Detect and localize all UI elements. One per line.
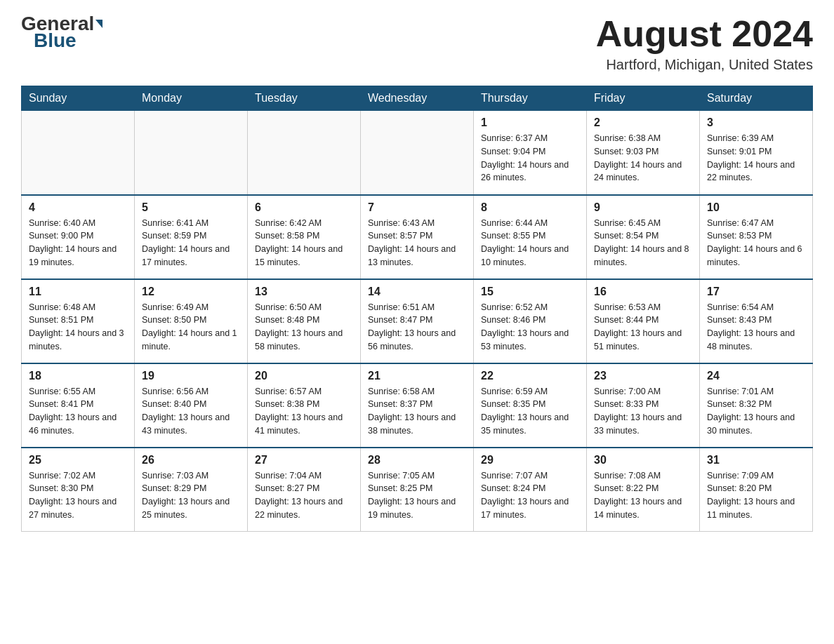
weekday-header-wednesday: Wednesday xyxy=(361,86,474,111)
day-info: Sunrise: 6:52 AM Sunset: 8:46 PM Dayligh… xyxy=(481,301,579,354)
calendar-cell: 1Sunrise: 6:37 AM Sunset: 9:04 PM Daylig… xyxy=(474,111,587,195)
day-number: 9 xyxy=(594,201,692,214)
calendar-cell: 13Sunrise: 6:50 AM Sunset: 8:48 PM Dayli… xyxy=(248,279,361,363)
weekday-header-tuesday: Tuesday xyxy=(248,86,361,111)
calendar-cell xyxy=(361,111,474,195)
page-header: General Blue August 2024 Hartford, Michi… xyxy=(21,14,813,73)
calendar-cell xyxy=(248,111,361,195)
logo-blue-text: Blue xyxy=(21,31,77,51)
week-row-1: 1Sunrise: 6:37 AM Sunset: 9:04 PM Daylig… xyxy=(22,111,813,195)
day-info: Sunrise: 6:55 AM Sunset: 8:41 PM Dayligh… xyxy=(29,385,127,438)
day-info: Sunrise: 6:44 AM Sunset: 8:55 PM Dayligh… xyxy=(481,217,579,269)
week-row-2: 4Sunrise: 6:40 AM Sunset: 9:00 PM Daylig… xyxy=(22,195,813,279)
weekday-header-row: SundayMondayTuesdayWednesdayThursdayFrid… xyxy=(22,86,813,111)
calendar-cell: 4Sunrise: 6:40 AM Sunset: 9:00 PM Daylig… xyxy=(22,195,135,279)
day-info: Sunrise: 6:47 AM Sunset: 8:53 PM Dayligh… xyxy=(707,217,805,269)
calendar-cell: 21Sunrise: 6:58 AM Sunset: 8:37 PM Dayli… xyxy=(361,363,474,448)
day-number: 2 xyxy=(594,116,692,129)
day-info: Sunrise: 6:40 AM Sunset: 9:00 PM Dayligh… xyxy=(29,217,127,269)
day-number: 28 xyxy=(368,454,466,467)
calendar-cell: 14Sunrise: 6:51 AM Sunset: 8:47 PM Dayli… xyxy=(361,279,474,363)
calendar-cell: 18Sunrise: 6:55 AM Sunset: 8:41 PM Dayli… xyxy=(22,363,135,448)
weekday-header-saturday: Saturday xyxy=(700,86,813,111)
week-row-3: 11Sunrise: 6:48 AM Sunset: 8:51 PM Dayli… xyxy=(22,279,813,363)
day-number: 20 xyxy=(255,370,353,382)
weekday-header-sunday: Sunday xyxy=(22,86,135,111)
calendar-cell: 10Sunrise: 6:47 AM Sunset: 8:53 PM Dayli… xyxy=(700,195,813,279)
day-info: Sunrise: 7:05 AM Sunset: 8:25 PM Dayligh… xyxy=(368,469,466,522)
calendar-cell: 27Sunrise: 7:04 AM Sunset: 8:27 PM Dayli… xyxy=(248,448,361,532)
day-info: Sunrise: 6:49 AM Sunset: 8:50 PM Dayligh… xyxy=(142,301,240,354)
day-number: 30 xyxy=(594,454,692,467)
day-info: Sunrise: 6:42 AM Sunset: 8:58 PM Dayligh… xyxy=(255,217,353,269)
day-number: 25 xyxy=(29,454,127,467)
day-info: Sunrise: 6:58 AM Sunset: 8:37 PM Dayligh… xyxy=(368,385,466,438)
calendar-cell: 2Sunrise: 6:38 AM Sunset: 9:03 PM Daylig… xyxy=(587,111,700,195)
day-info: Sunrise: 6:41 AM Sunset: 8:59 PM Dayligh… xyxy=(142,217,240,269)
day-number: 15 xyxy=(481,286,579,298)
calendar-cell: 3Sunrise: 6:39 AM Sunset: 9:01 PM Daylig… xyxy=(700,111,813,195)
day-info: Sunrise: 7:04 AM Sunset: 8:27 PM Dayligh… xyxy=(255,469,353,522)
logo: General Blue xyxy=(21,14,102,51)
weekday-header-monday: Monday xyxy=(135,86,248,111)
calendar-cell: 24Sunrise: 7:01 AM Sunset: 8:32 PM Dayli… xyxy=(700,363,813,448)
day-number: 7 xyxy=(368,201,466,214)
calendar-cell: 17Sunrise: 6:54 AM Sunset: 8:43 PM Dayli… xyxy=(700,279,813,363)
day-info: Sunrise: 6:54 AM Sunset: 8:43 PM Dayligh… xyxy=(707,301,805,354)
day-info: Sunrise: 6:57 AM Sunset: 8:38 PM Dayligh… xyxy=(255,385,353,438)
day-info: Sunrise: 6:38 AM Sunset: 9:03 PM Dayligh… xyxy=(594,132,692,185)
day-number: 8 xyxy=(481,201,579,214)
calendar-cell: 28Sunrise: 7:05 AM Sunset: 8:25 PM Dayli… xyxy=(361,448,474,532)
calendar-cell: 26Sunrise: 7:03 AM Sunset: 8:29 PM Dayli… xyxy=(135,448,248,532)
day-number: 21 xyxy=(368,370,466,382)
calendar-cell: 7Sunrise: 6:43 AM Sunset: 8:57 PM Daylig… xyxy=(361,195,474,279)
calendar-table: SundayMondayTuesdayWednesdayThursdayFrid… xyxy=(21,86,813,532)
calendar-cell: 23Sunrise: 7:00 AM Sunset: 8:33 PM Dayli… xyxy=(587,363,700,448)
day-number: 18 xyxy=(29,370,127,382)
day-info: Sunrise: 7:02 AM Sunset: 8:30 PM Dayligh… xyxy=(29,469,127,522)
day-number: 24 xyxy=(707,370,805,382)
calendar-cell: 5Sunrise: 6:41 AM Sunset: 8:59 PM Daylig… xyxy=(135,195,248,279)
day-number: 27 xyxy=(255,454,353,467)
day-number: 17 xyxy=(707,286,805,298)
day-info: Sunrise: 7:07 AM Sunset: 8:24 PM Dayligh… xyxy=(481,469,579,522)
month-title: August 2024 xyxy=(596,14,813,54)
calendar-cell xyxy=(135,111,248,195)
calendar-cell: 16Sunrise: 6:53 AM Sunset: 8:44 PM Dayli… xyxy=(587,279,700,363)
title-block: August 2024 Hartford, Michigan, United S… xyxy=(596,14,813,73)
calendar-cell: 6Sunrise: 6:42 AM Sunset: 8:58 PM Daylig… xyxy=(248,195,361,279)
day-number: 22 xyxy=(481,370,579,382)
calendar-cell: 22Sunrise: 6:59 AM Sunset: 8:35 PM Dayli… xyxy=(474,363,587,448)
day-info: Sunrise: 6:37 AM Sunset: 9:04 PM Dayligh… xyxy=(481,132,579,185)
day-info: Sunrise: 6:50 AM Sunset: 8:48 PM Dayligh… xyxy=(255,301,353,354)
day-info: Sunrise: 7:03 AM Sunset: 8:29 PM Dayligh… xyxy=(142,469,240,522)
day-info: Sunrise: 6:43 AM Sunset: 8:57 PM Dayligh… xyxy=(368,217,466,269)
day-number: 23 xyxy=(594,370,692,382)
calendar-cell: 31Sunrise: 7:09 AM Sunset: 8:20 PM Dayli… xyxy=(700,448,813,532)
day-number: 29 xyxy=(481,454,579,467)
location-text: Hartford, Michigan, United States xyxy=(596,57,813,73)
calendar-cell: 20Sunrise: 6:57 AM Sunset: 8:38 PM Dayli… xyxy=(248,363,361,448)
day-number: 26 xyxy=(142,454,240,467)
day-info: Sunrise: 6:59 AM Sunset: 8:35 PM Dayligh… xyxy=(481,385,579,438)
day-info: Sunrise: 6:39 AM Sunset: 9:01 PM Dayligh… xyxy=(707,132,805,185)
calendar-cell: 8Sunrise: 6:44 AM Sunset: 8:55 PM Daylig… xyxy=(474,195,587,279)
calendar-cell: 25Sunrise: 7:02 AM Sunset: 8:30 PM Dayli… xyxy=(22,448,135,532)
day-info: Sunrise: 6:51 AM Sunset: 8:47 PM Dayligh… xyxy=(368,301,466,354)
calendar-cell: 29Sunrise: 7:07 AM Sunset: 8:24 PM Dayli… xyxy=(474,448,587,532)
day-info: Sunrise: 7:09 AM Sunset: 8:20 PM Dayligh… xyxy=(707,469,805,522)
week-row-4: 18Sunrise: 6:55 AM Sunset: 8:41 PM Dayli… xyxy=(22,363,813,448)
day-info: Sunrise: 6:53 AM Sunset: 8:44 PM Dayligh… xyxy=(594,301,692,354)
day-number: 31 xyxy=(707,454,805,467)
calendar-cell: 11Sunrise: 6:48 AM Sunset: 8:51 PM Dayli… xyxy=(22,279,135,363)
calendar-cell: 15Sunrise: 6:52 AM Sunset: 8:46 PM Dayli… xyxy=(474,279,587,363)
day-number: 13 xyxy=(255,286,353,298)
day-info: Sunrise: 6:48 AM Sunset: 8:51 PM Dayligh… xyxy=(29,301,127,354)
day-number: 19 xyxy=(142,370,240,382)
calendar-cell: 30Sunrise: 7:08 AM Sunset: 8:22 PM Dayli… xyxy=(587,448,700,532)
day-info: Sunrise: 6:45 AM Sunset: 8:54 PM Dayligh… xyxy=(594,217,692,269)
weekday-header-thursday: Thursday xyxy=(474,86,587,111)
day-number: 10 xyxy=(707,201,805,214)
day-info: Sunrise: 7:00 AM Sunset: 8:33 PM Dayligh… xyxy=(594,385,692,438)
day-number: 11 xyxy=(29,286,127,298)
